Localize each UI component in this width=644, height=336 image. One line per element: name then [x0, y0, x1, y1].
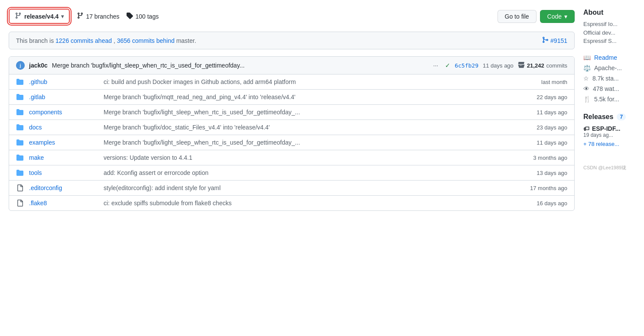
svg-text:j: j	[20, 63, 21, 68]
stars-item: ☆ 8.7k sta...	[583, 75, 635, 82]
file-name-link[interactable]: examples	[29, 139, 55, 146]
pr-link[interactable]: #9151	[542, 36, 567, 45]
table-row: .github ci: build and push Docker images…	[9, 74, 574, 90]
file-name: examples	[29, 139, 98, 146]
file-name-link[interactable]: tools	[29, 169, 42, 176]
sidebar-meta: 📖 Readme ⚖️ Apache-... ☆ 8.7k sta... 👁 4…	[583, 54, 635, 103]
about-text1: Espressif Io...	[583, 20, 635, 29]
star-icon: ☆	[583, 75, 589, 82]
license-item: ⚖️ Apache-...	[583, 65, 635, 71]
folder-icon	[16, 93, 24, 101]
branch-selector[interactable]: release/v4.4 ▾	[9, 9, 70, 24]
code-label: Code	[547, 13, 562, 20]
table-row: components Merge branch 'bugfix/light_sl…	[9, 105, 574, 120]
commit-status-bar: This branch is 1226 commits ahead , 3656…	[9, 32, 575, 49]
folder-icon	[16, 78, 24, 86]
pr-compare-icon	[542, 36, 549, 45]
all-releases-link[interactable]: + 78 release...	[583, 141, 635, 147]
table-row: .editorconfig style(editorconfig): add i…	[9, 181, 574, 196]
tags-count-label: 100 tags	[135, 13, 159, 20]
behind-link[interactable]: 3656 commits behind	[117, 37, 175, 44]
watermark: CSDN @Lee1989珑	[583, 165, 635, 171]
file-name: components	[29, 109, 98, 116]
file-time: last month	[541, 79, 567, 85]
branches-icon	[77, 12, 84, 20]
readme-item: 📖 Readme	[583, 54, 635, 61]
go-to-file-button[interactable]: Go to file	[498, 10, 537, 23]
eye-icon: 👁	[583, 85, 589, 92]
table-row: docs Merge branch 'bugfix/doc_static_Fil…	[9, 120, 574, 135]
file-name-link[interactable]: .github	[29, 78, 47, 85]
file-time: 13 days ago	[537, 170, 567, 176]
commit-author[interactable]: jack0c	[29, 62, 48, 69]
file-commit-message: add: Kconfig assert or errorcode option	[104, 169, 531, 176]
release-item: 🏷 ESP-IDF... 19 days ag...	[583, 125, 635, 138]
file-name: make	[29, 154, 98, 161]
forks-label: 5.5k for...	[594, 96, 619, 103]
file-time: 3 months ago	[533, 155, 567, 161]
table-row: make versions: Update version to 4.4.1 3…	[9, 150, 574, 165]
file-name-link[interactable]: .gitlab	[29, 94, 45, 100]
file-name-link[interactable]: docs	[29, 124, 42, 131]
releases-section: Releases 7 🏷 ESP-IDF... 19 days ag... + …	[583, 113, 635, 147]
file-commit-message: Merge branch 'bugfix/mqtt_read_neg_and_p…	[104, 94, 531, 100]
behind-text: master.	[176, 37, 196, 44]
file-name: .editorconfig	[29, 184, 98, 191]
about-text2: Official dev...	[583, 29, 635, 37]
table-row: tools add: Kconfig assert or errorcode o…	[9, 165, 574, 181]
branches-link[interactable]: 17 branches	[77, 12, 119, 20]
file-table: j jack0c Merge branch 'bugfix/light_slee…	[9, 56, 575, 211]
file-commit-message: versions: Update version to 4.4.1	[104, 154, 528, 161]
file-time: 22 days ago	[537, 94, 567, 100]
file-name-link[interactable]: components	[29, 109, 62, 116]
file-name-link[interactable]: make	[29, 154, 44, 161]
ahead-link[interactable]: 1226 commits ahead	[55, 37, 112, 44]
file-name: .gitlab	[29, 94, 98, 100]
commit-history: 21,242 commits	[518, 61, 567, 70]
pr-number: #9151	[550, 37, 567, 44]
commit-sha-link[interactable]: 6c5fb29	[455, 62, 478, 69]
balance-icon: ⚖️	[583, 65, 591, 71]
file-commit-message: Merge branch 'bugfix/light_sleep_when_rt…	[104, 109, 531, 116]
branch-icon	[15, 12, 22, 20]
file-commit-message: Merge branch 'bugfix/light_sleep_when_rt…	[104, 139, 531, 146]
history-icon	[518, 61, 525, 70]
sidebar: About Espressif Io... Official dev... Es…	[583, 4, 635, 332]
release-date: 19 days ag...	[583, 132, 635, 138]
code-button[interactable]: Code ▾	[540, 10, 575, 23]
file-commit-message: Merge branch 'bugfix/doc_static_Files_v4…	[104, 124, 531, 131]
about-text3: Espressif S...	[583, 37, 635, 45]
folder-icon	[16, 169, 24, 177]
table-row: .flake8 ci: exclude spiffs submodule fro…	[9, 196, 574, 210]
fork-icon: 🍴	[583, 96, 591, 103]
tags-link[interactable]: 100 tags	[126, 12, 159, 20]
file-name: .github	[29, 78, 98, 85]
stars-label: 8.7k sta...	[592, 75, 619, 82]
file-time: 23 days ago	[537, 124, 567, 131]
forks-item: 🍴 5.5k for...	[583, 96, 635, 103]
file-name-link[interactable]: .editorconfig	[29, 184, 62, 191]
file-name: tools	[29, 169, 98, 176]
folder-icon	[16, 154, 24, 162]
file-name: .flake8	[29, 200, 98, 207]
commit-expand-button[interactable]: ···	[431, 61, 441, 70]
file-time: 11 days ago	[537, 109, 567, 116]
file-commit-message: ci: exclude spiffs submodule from flake8…	[104, 200, 531, 207]
file-time: 11 days ago	[537, 139, 567, 146]
chevron-down-icon: ▾	[61, 13, 64, 19]
releases-header: Releases 7	[583, 113, 635, 121]
avatar: j	[16, 61, 25, 70]
about-section: About Espressif Io... Official dev... Es…	[583, 9, 635, 45]
file-name-link[interactable]: .flake8	[29, 200, 47, 207]
table-row: .gitlab Merge branch 'bugfix/mqtt_read_n…	[9, 90, 574, 105]
folder-icon	[16, 123, 24, 131]
releases-count-badge: 7	[617, 113, 626, 120]
about-title: About	[583, 9, 635, 16]
file-commit-message: ci: build and push Docker images in Gith…	[104, 78, 536, 85]
code-chevron-icon: ▾	[564, 13, 567, 20]
folder-icon	[16, 139, 24, 146]
tags-icon	[126, 12, 133, 20]
last-commit-row: j jack0c Merge branch 'bugfix/light_slee…	[9, 57, 574, 74]
file-time: 17 months ago	[530, 185, 567, 191]
readme-link[interactable]: Readme	[594, 54, 617, 61]
